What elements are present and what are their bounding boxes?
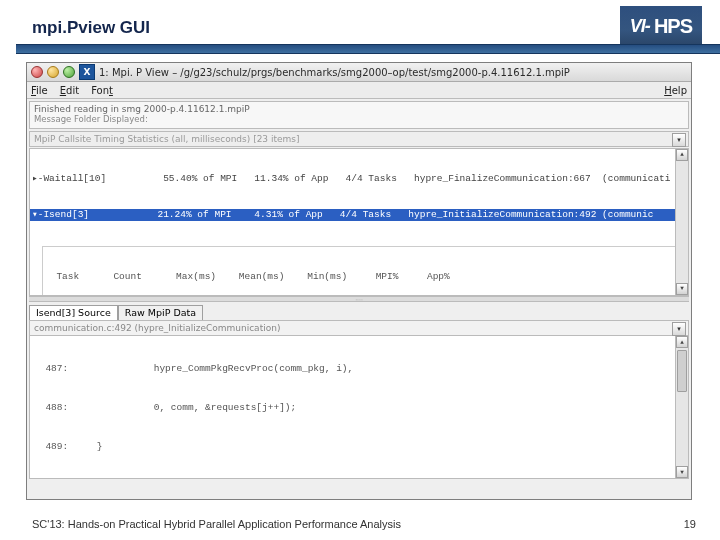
stats-header-dropdown[interactable]: MpiP Callsite Timing Statistics (all, mi… — [29, 131, 689, 147]
minimize-icon[interactable] — [47, 66, 59, 78]
source-code-view[interactable]: 487: hypre_CommPkgRecvProc(comm_pkg, i),… — [29, 336, 689, 479]
page-number: 19 — [684, 518, 696, 530]
header-divider — [16, 44, 720, 54]
scroll-track[interactable] — [676, 348, 688, 466]
menu-font[interactable]: Font — [91, 85, 113, 96]
logo-left: VI- — [630, 16, 650, 37]
close-icon[interactable] — [31, 66, 43, 78]
source-location-label: communication.c:492 (hypre_InitializeCom… — [34, 323, 280, 333]
status-line-2: Message Folder Displayed: — [34, 114, 684, 124]
window-title: 1: Mpi. P View – /g/g23/schulz/prgs/benc… — [99, 67, 570, 78]
scroll-up-icon[interactable]: ▲ — [676, 336, 688, 348]
source-tabs: Isend[3] Source Raw MpiP Data — [29, 304, 689, 320]
menu-help[interactable]: Help — [664, 85, 687, 96]
pane-splitter[interactable]: ···· — [29, 296, 689, 302]
scroll-thumb[interactable] — [677, 350, 687, 392]
source-scrollbar[interactable]: ▲ ▼ — [675, 336, 688, 478]
chevron-down-icon[interactable]: ▾ — [672, 133, 686, 147]
scroll-down-icon[interactable]: ▼ — [676, 466, 688, 478]
table-row-selected[interactable]: ▾-Isend[3] 21.24% of MPI 4.31% of App 4/… — [30, 209, 688, 221]
menu-edit[interactable]: Edit — [60, 85, 79, 96]
slide-footer: SC'13: Hands-on Practical Hybrid Paralle… — [32, 518, 696, 530]
stats-scrollbar[interactable]: ▲ ▼ — [675, 149, 688, 295]
menu-file[interactable]: File — [31, 85, 48, 96]
source-line[interactable]: 489: } — [30, 440, 688, 453]
logo-right: HPS — [654, 15, 692, 38]
tab-raw-data[interactable]: Raw MpiP Data — [118, 305, 203, 321]
chevron-down-icon[interactable]: ▾ — [672, 322, 686, 336]
zoom-icon[interactable] — [63, 66, 75, 78]
source-location-dropdown[interactable]: communication.c:492 (hypre_InitializeCom… — [29, 320, 689, 336]
status-line-1: Finished reading in smg 2000-p.4.11612.1… — [34, 104, 684, 114]
source-line[interactable]: 488: 0, comm, &requests[j++]); — [30, 401, 688, 414]
titlebar[interactable]: X 1: Mpi. P View – /g/g23/schulz/prgs/be… — [27, 63, 691, 82]
slide-header: mpi.Pview GUI VI- HPS — [0, 0, 720, 54]
scroll-down-icon[interactable]: ▼ — [676, 283, 688, 295]
task-detail-table: Task Count Max(ms) Mean(ms) Min(ms) MPI%… — [42, 246, 676, 296]
menubar: File Edit Font Help — [27, 82, 691, 99]
footer-text: SC'13: Hands-on Practical Hybrid Paralle… — [32, 518, 401, 530]
status-banner: Finished reading in smg 2000-p.4.11612.1… — [29, 101, 689, 129]
mpipview-window: X 1: Mpi. P View – /g/g23/schulz/prgs/be… — [26, 62, 692, 500]
stats-header-label: MpiP Callsite Timing Statistics (all, mi… — [34, 134, 300, 144]
slide-title: mpi.Pview GUI — [32, 18, 150, 38]
app-icon: X — [79, 64, 95, 80]
tab-source[interactable]: Isend[3] Source — [29, 305, 118, 321]
callsite-stats-table[interactable]: ▸-Waitall[10] 55.40% of MPI 11.34% of Ap… — [29, 148, 689, 296]
source-line[interactable]: 487: hypre_CommPkgRecvProc(comm_pkg, i), — [30, 362, 688, 375]
detail-header: Task Count Max(ms) Mean(ms) Min(ms) MPI%… — [43, 271, 675, 283]
table-row[interactable]: ▸-Waitall[10] 55.40% of MPI 11.34% of Ap… — [30, 173, 688, 185]
scroll-up-icon[interactable]: ▲ — [676, 149, 688, 161]
vihps-logo: VI- HPS — [620, 6, 702, 46]
